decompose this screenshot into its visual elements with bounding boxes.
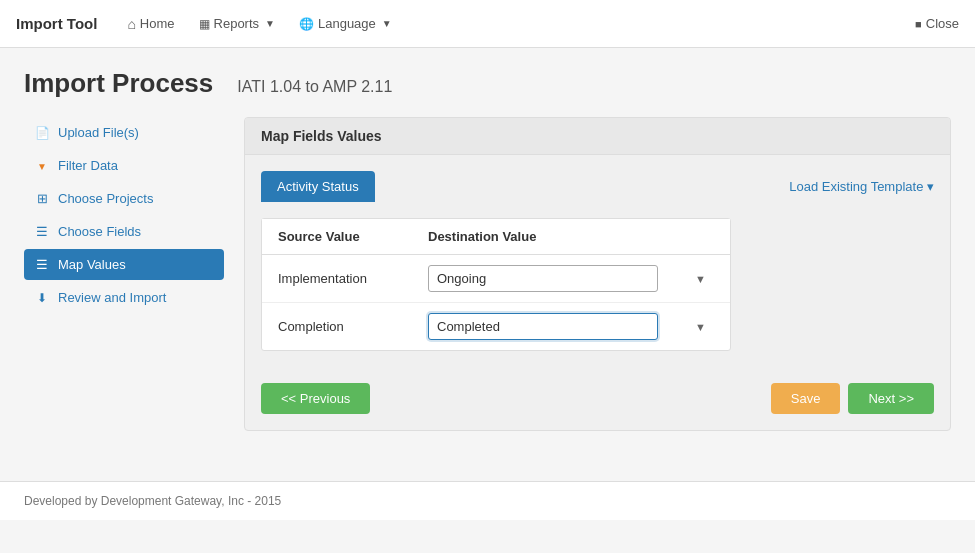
- save-button[interactable]: Save: [771, 383, 841, 414]
- row-completion-select-wrapper: Ongoing Completion Pipeline/Identificati…: [428, 313, 714, 340]
- nav-reports-label: Reports: [214, 16, 260, 31]
- row-implementation-select-wrapper: Ongoing Completion Pipeline/Identificati…: [428, 265, 714, 292]
- table-header: Source Value Destination Value: [262, 219, 730, 255]
- sidebar-item-fields[interactable]: Choose Fields: [24, 216, 224, 247]
- language-icon: [299, 16, 314, 31]
- tab-bar: Activity Status Load Existing Template ▾: [261, 171, 934, 202]
- sidebar-item-mapvalues[interactable]: Map Values: [24, 249, 224, 280]
- page-footer: Developed by Development Gateway, Inc - …: [0, 481, 975, 520]
- close-label: Close: [926, 16, 959, 31]
- panel-header: Map Fields Values: [245, 118, 950, 155]
- sidebar-item-mapvalues-label: Map Values: [58, 257, 126, 272]
- sidebar: Upload File(s) Filter Data Choose Projec…: [24, 117, 224, 431]
- tab-activity-status-label: Activity Status: [277, 179, 359, 194]
- panel-footer: << Previous Save Next >>: [245, 367, 950, 430]
- page-header: Import Process IATI 1.04 to AMP 2.11: [24, 68, 951, 99]
- nav-home[interactable]: Home: [117, 10, 184, 38]
- nav-language-label: Language: [318, 16, 376, 31]
- footer-text: Developed by Development Gateway, Inc - …: [24, 494, 281, 508]
- list-icon: [34, 224, 50, 239]
- home-icon: [127, 16, 135, 32]
- tab-activity-status[interactable]: Activity Status: [261, 171, 375, 202]
- page-subtitle: IATI 1.04 to AMP 2.11: [237, 78, 392, 96]
- select-arrow-implementation: ▼: [695, 273, 706, 285]
- reports-icon: [199, 16, 210, 31]
- content-area: Upload File(s) Filter Data Choose Projec…: [24, 117, 951, 431]
- sidebar-item-filter-label: Filter Data: [58, 158, 118, 173]
- select-arrow-completion: ▼: [695, 321, 706, 333]
- language-dropdown-icon: ▼: [382, 18, 392, 29]
- filter-icon: [34, 158, 50, 173]
- sidebar-item-projects[interactable]: Choose Projects: [24, 183, 224, 214]
- sidebar-item-upload[interactable]: Upload File(s): [24, 117, 224, 148]
- topnav-links: Home Reports ▼ Language ▼: [117, 10, 915, 38]
- sidebar-item-projects-label: Choose Projects: [58, 191, 153, 206]
- nav-language[interactable]: Language ▼: [289, 10, 402, 37]
- values-table: Source Value Destination Value Implement…: [261, 218, 731, 351]
- page-title: Import Process: [24, 68, 213, 99]
- app-brand: Import Tool: [16, 15, 97, 32]
- reports-dropdown-icon: ▼: [265, 18, 275, 29]
- implementation-select[interactable]: Ongoing Completion Pipeline/Identificati…: [428, 265, 658, 292]
- sidebar-item-review-label: Review and Import: [58, 290, 166, 305]
- load-template-link[interactable]: Load Existing Template ▾: [789, 179, 934, 194]
- nav-home-label: Home: [140, 16, 175, 31]
- sidebar-item-review[interactable]: Review and Import: [24, 282, 224, 313]
- prev-button[interactable]: << Previous: [261, 383, 370, 414]
- file-icon: [34, 125, 50, 140]
- download-icon: [34, 290, 50, 305]
- table-row: Completion Ongoing Completion Pipeline/I…: [262, 303, 730, 350]
- topnav: Import Tool Home Reports ▼ Language ▼ Cl…: [0, 0, 975, 48]
- sidebar-item-filter[interactable]: Filter Data: [24, 150, 224, 181]
- completion-select[interactable]: Ongoing Completion Pipeline/Identificati…: [428, 313, 658, 340]
- row-implementation-label: Implementation: [278, 271, 428, 286]
- map-icon: [34, 257, 50, 272]
- nav-reports[interactable]: Reports ▼: [189, 10, 285, 37]
- grid-icon: [34, 191, 50, 206]
- col-dest-header: Destination Value: [428, 229, 714, 244]
- next-button[interactable]: Next >>: [848, 383, 934, 414]
- table-row: Implementation Ongoing Completion Pipeli…: [262, 255, 730, 303]
- main-container: Import Process IATI 1.04 to AMP 2.11 Upl…: [0, 48, 975, 451]
- panel-body: Activity Status Load Existing Template ▾…: [245, 155, 950, 367]
- close-icon: [915, 16, 922, 31]
- row-completion-label: Completion: [278, 319, 428, 334]
- sidebar-item-fields-label: Choose Fields: [58, 224, 141, 239]
- close-button[interactable]: Close: [915, 16, 959, 31]
- col-source-header: Source Value: [278, 229, 428, 244]
- sidebar-item-upload-label: Upload File(s): [58, 125, 139, 140]
- main-panel: Map Fields Values Activity Status Load E…: [244, 117, 951, 431]
